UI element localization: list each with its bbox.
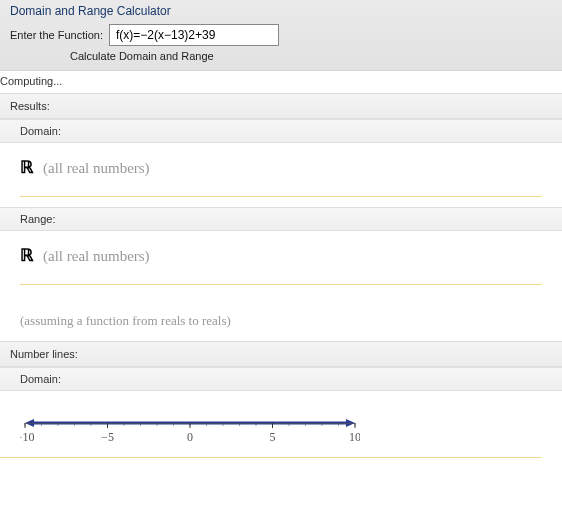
assumption-note: (assuming a function from reals to reals…: [0, 295, 562, 331]
top-bar: Domain and Range Calculator Enter the Fu…: [0, 0, 562, 71]
numberline-svg: −10−50510: [20, 409, 360, 449]
svg-text:−5: −5: [101, 430, 114, 444]
range-symbol: ℝ: [20, 245, 33, 266]
domain-symbol: ℝ: [20, 157, 33, 178]
svg-text:10: 10: [349, 430, 360, 444]
svg-text:−10: −10: [20, 430, 34, 444]
svg-marker-1: [25, 419, 34, 427]
computing-status: Computing...: [0, 71, 562, 93]
svg-marker-2: [346, 419, 355, 427]
nl-domain-heading: Domain:: [0, 367, 562, 391]
function-label: Enter the Function:: [10, 29, 103, 41]
svg-text:0: 0: [187, 430, 193, 444]
page-title: Domain and Range Calculator: [10, 4, 552, 24]
calculate-button[interactable]: Calculate Domain and Range: [70, 50, 552, 62]
numberline-domain: −10−50510: [0, 391, 542, 458]
range-heading: Range:: [0, 207, 562, 231]
numberlines-heading: Number lines:: [0, 341, 562, 367]
range-desc: (all real numbers): [43, 248, 150, 265]
function-row: Enter the Function:: [10, 24, 552, 46]
domain-heading: Domain:: [0, 119, 562, 143]
function-input[interactable]: [109, 24, 279, 46]
domain-result: ℝ (all real numbers): [0, 143, 562, 207]
range-result: ℝ (all real numbers): [0, 231, 562, 295]
results-heading: Results:: [0, 93, 562, 119]
svg-text:5: 5: [270, 430, 276, 444]
domain-desc: (all real numbers): [43, 160, 150, 177]
